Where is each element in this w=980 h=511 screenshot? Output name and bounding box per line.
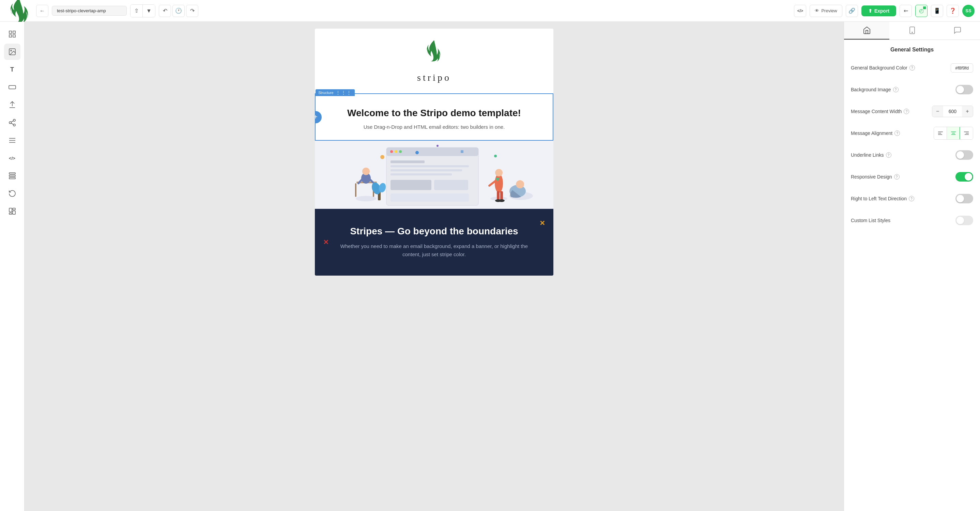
help-responsive[interactable]: ? <box>894 174 900 179</box>
align-center-button[interactable] <box>947 127 960 139</box>
email-preview: stripo Structure ⋮⋮⋮ + ⋮ Welcome to the … <box>315 29 554 276</box>
url-bar[interactable]: test-stripo-clevertap-amp <box>52 6 127 16</box>
setting-label-custom-list: Custom List Styles <box>851 218 890 223</box>
illustration-block: ♥ <box>315 141 554 209</box>
history-button[interactable]: 🕐 <box>172 5 185 17</box>
setting-label-rtl: Right to Left Text Direction ? <box>851 196 914 202</box>
svg-point-38 <box>362 168 370 175</box>
svg-rect-17 <box>13 208 15 210</box>
svg-rect-32 <box>390 194 469 202</box>
sidebar-item-image[interactable] <box>4 44 21 60</box>
sidebar-item-menu[interactable] <box>4 132 21 149</box>
redo-button[interactable]: ↷ <box>186 5 198 17</box>
alignment-group <box>934 127 973 140</box>
user-avatar[interactable]: SS <box>962 5 975 17</box>
welcome-structure: Structure ⋮⋮⋮ + ⋮ Welcome to the Stripo … <box>315 94 554 141</box>
svg-rect-27 <box>390 165 469 167</box>
sidebar-item-send[interactable] <box>4 97 21 113</box>
svg-rect-29 <box>390 173 452 175</box>
svg-rect-2 <box>9 35 11 37</box>
help-msg-width[interactable]: ? <box>904 109 909 114</box>
setting-background-image: Background Image ? <box>851 83 973 97</box>
tab-settings[interactable] <box>844 22 889 40</box>
help-alignment[interactable]: ? <box>894 130 900 136</box>
color-swatch-general-bg[interactable]: #f8f9fd <box>951 63 973 73</box>
mobile-view-button[interactable]: 📱 <box>931 5 943 17</box>
panel-tabs <box>844 22 980 40</box>
help-general-bg[interactable]: ? <box>910 65 915 70</box>
svg-rect-26 <box>390 160 425 163</box>
preview-label: Preview <box>821 8 837 13</box>
sidebar-item-blocks[interactable] <box>4 26 21 42</box>
sidebar-item-undo[interactable] <box>4 185 21 202</box>
structure-label: Structure ⋮⋮⋮ <box>315 89 355 96</box>
svg-point-5 <box>11 50 11 51</box>
desktop-view-button[interactable]: ◴ <box>915 5 928 17</box>
help-button[interactable]: ❓ <box>947 5 959 17</box>
width-increase-button[interactable]: + <box>962 106 973 117</box>
sidebar-item-grid[interactable] <box>4 203 21 219</box>
svg-point-8 <box>9 122 11 124</box>
svg-rect-3 <box>13 35 15 37</box>
sidebar-item-modules[interactable] <box>4 168 21 184</box>
svg-rect-14 <box>9 175 15 176</box>
svg-rect-28 <box>390 169 462 171</box>
dark-section-title: Stripes — Go beyond the boundaries <box>335 226 533 237</box>
toggle-underline-links[interactable] <box>956 150 973 160</box>
export-button[interactable]: ⬆ Export <box>861 5 896 16</box>
svg-point-56 <box>494 155 497 157</box>
sidebar-item-share[interactable] <box>4 114 21 131</box>
setting-label-underline: Underline Links ? <box>851 152 891 158</box>
toggle-background-image[interactable] <box>956 85 973 94</box>
sidebar-item-code[interactable]: </> <box>4 150 21 166</box>
help-bg-image[interactable]: ? <box>893 87 899 92</box>
svg-point-54 <box>516 180 524 188</box>
share-button[interactable]: ⇜ <box>900 5 912 17</box>
svg-rect-19 <box>9 213 12 214</box>
panel-content: General Settings General Background Colo… <box>844 40 980 511</box>
undo-button[interactable]: ↶ <box>159 5 171 17</box>
preview-button[interactable]: 👁 Preview <box>810 5 842 17</box>
setting-general-bg-color: General Background Color ? #f8f9fd <box>851 61 973 75</box>
toggle-custom-list[interactable] <box>956 216 973 225</box>
email-canvas: stripo Structure ⋮⋮⋮ + ⋮ Welcome to the … <box>315 29 554 504</box>
back-button[interactable]: ← <box>36 5 48 17</box>
tab-mobile[interactable] <box>889 22 935 40</box>
upload-dropdown[interactable]: ▼ <box>143 5 155 17</box>
setting-message-width: Message Content Width ? − 600 + <box>851 105 973 118</box>
svg-point-9 <box>13 124 15 126</box>
toggle-responsive-design[interactable] <box>956 172 973 182</box>
svg-rect-0 <box>9 31 11 33</box>
help-underline[interactable]: ? <box>886 152 891 158</box>
setting-message-alignment: Message Alignment ? <box>851 126 973 140</box>
canvas-area: stripo Structure ⋮⋮⋮ + ⋮ Welcome to the … <box>24 22 844 511</box>
stripo-logo: stripo <box>417 39 451 83</box>
setting-label-bg-image: Background Image ? <box>851 87 899 92</box>
close-left[interactable]: ✕ <box>323 238 329 246</box>
tab-comments[interactable] <box>935 22 980 40</box>
topbar: ← test-stripo-clevertap-amp ⇧ ▼ ↶ 🕐 ↷ </… <box>0 0 980 22</box>
setting-underline-links: Underline Links ? <box>851 148 973 162</box>
svg-rect-18 <box>13 211 15 214</box>
setting-rtl: Right to Left Text Direction ? <box>851 192 973 205</box>
width-decrease-button[interactable]: − <box>932 106 943 117</box>
sidebar-item-text[interactable]: T <box>4 61 21 78</box>
svg-point-57 <box>380 155 384 159</box>
dark-section: ✕ ✕ Stripes — Go beyond the boundaries W… <box>315 209 554 276</box>
svg-rect-13 <box>9 173 15 174</box>
align-left-button[interactable] <box>934 127 947 139</box>
help-rtl[interactable]: ? <box>909 196 914 202</box>
svg-point-62 <box>912 32 913 33</box>
svg-rect-35 <box>355 183 356 197</box>
code-view-button[interactable]: </> <box>794 5 806 17</box>
close-right[interactable]: ✕ <box>539 219 545 227</box>
link-button[interactable]: 🔗 <box>846 5 858 17</box>
svg-rect-30 <box>390 180 431 190</box>
upload-button[interactable]: ⇧ <box>130 5 143 17</box>
toggle-rtl[interactable] <box>956 194 973 203</box>
history-group: ↶ 🕐 ↷ <box>159 5 198 17</box>
welcome-block: Welcome to the Stripo demo template! Use… <box>315 94 553 140</box>
sidebar-item-banner[interactable] <box>4 79 21 95</box>
setting-custom-list: Custom List Styles <box>851 214 973 227</box>
align-right-button[interactable] <box>960 127 973 139</box>
